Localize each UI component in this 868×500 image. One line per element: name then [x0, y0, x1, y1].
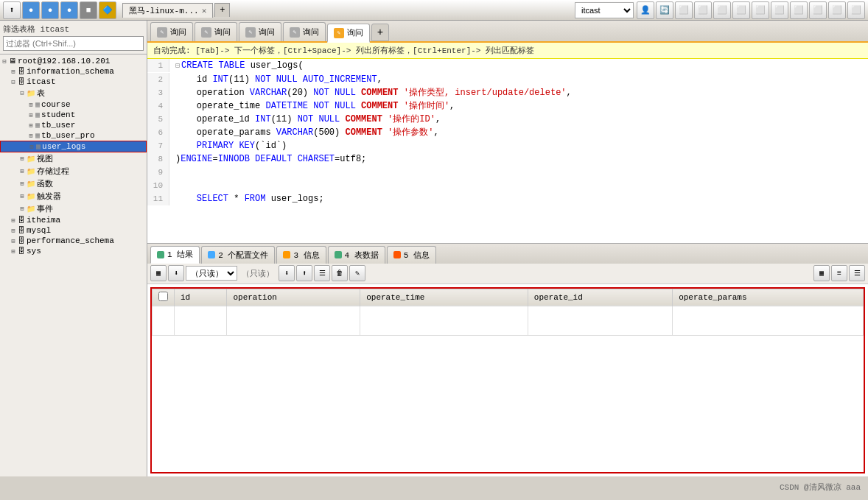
toolbar-btn-more3[interactable]: ⬜: [713, 1, 731, 19]
tree-expand-tb_user[interactable]: ⊞: [27, 122, 35, 130]
tree-expand-sys[interactable]: ⊞: [9, 247, 18, 256]
rt-btn-delete[interactable]: 🗑: [332, 265, 348, 281]
bottom-tab-b3[interactable]: 3 信息: [276, 246, 326, 264]
db-selector[interactable]: itcast: [575, 2, 634, 18]
content-area: ✎询问✎询问✎询问✎询问✎询问+ 自动完成: [Tab]-> 下一个标签，[Ct…: [147, 21, 868, 476]
line-code-11: SELECT * FROM user_logs;: [169, 192, 324, 205]
tree-item-course[interactable]: ⊞▦course: [0, 99, 147, 110]
tree-expand-stored_folder[interactable]: ⊞: [18, 167, 27, 175]
bottom-tab-b5[interactable]: 5 信息: [387, 246, 436, 264]
rt-btn-copy[interactable]: ⬇: [279, 265, 295, 281]
code-line-1: 1⊟CREATE TABLE user_logs(: [147, 59, 868, 73]
tree-expand-views_folder[interactable]: ⊞: [18, 155, 27, 163]
tree-item-triggers_folder[interactable]: ⊞📁触发器: [0, 190, 147, 203]
tree-expand-root[interactable]: ⊟: [0, 57, 9, 66]
tb-icon-2[interactable]: ●: [22, 1, 40, 19]
result-cell-empty: [227, 306, 360, 335]
tb-icon-4[interactable]: ●: [60, 1, 78, 19]
tree-item-tb_user_pro[interactable]: ⊞▦tb_user_pro: [0, 130, 147, 141]
rt-readonly-label: （只读）: [239, 268, 277, 279]
tree-expand-mysql[interactable]: ⊞: [9, 227, 18, 235]
tree-expand-student[interactable]: ⊞: [27, 111, 35, 119]
result-area: idoperationoperate_timeoperate_idoperate…: [150, 287, 865, 474]
tree-item-stored_folder[interactable]: ⊞📁存储过程: [0, 165, 147, 177]
toolbar-btn-more9[interactable]: ⬜: [828, 1, 846, 19]
tree-expand-info_schema[interactable]: ⊞: [9, 68, 18, 76]
tb-icon-3[interactable]: ●: [41, 1, 59, 19]
query-tab-q3[interactable]: ✎询问: [239, 22, 281, 41]
code-line-4: 4 operate_time DATETIME NOT NULL COMMENT…: [147, 99, 868, 113]
tree-item-tables_folder[interactable]: ⊟📁表: [0, 87, 147, 99]
toolbar-btn-refresh[interactable]: 🔄: [656, 1, 673, 19]
rt-btn-filter[interactable]: ☰: [314, 265, 330, 281]
code-editor[interactable]: 1⊟CREATE TABLE user_logs(2 id INT(11) NO…: [147, 59, 868, 243]
tree-expand-events_folder[interactable]: ⊞: [18, 205, 27, 213]
tree-item-student[interactable]: ⊞▦student: [0, 110, 147, 120]
tree-item-events_folder[interactable]: ⊞📁事件: [0, 203, 147, 215]
bottom-tab-b4[interactable]: 4 表数据: [328, 246, 385, 264]
filter-input[interactable]: [3, 36, 144, 51]
tree-item-views_folder[interactable]: ⊞📁视图: [0, 152, 147, 165]
rt-btn-paste[interactable]: ⬆: [296, 265, 312, 281]
tree-expand-tables_folder[interactable]: ⊟: [18, 89, 27, 97]
tree-label-tb_user_pro: tb_user_pro: [41, 131, 95, 140]
rt-btn-grid1[interactable]: ▦: [813, 265, 830, 281]
rt-btn-edit[interactable]: ✎: [349, 265, 365, 281]
toolbar-btn-more1[interactable]: ⬜: [675, 1, 693, 19]
tree-expand-triggers_folder[interactable]: ⊞: [18, 192, 27, 200]
tree-label-user_logs: user_logs: [42, 142, 85, 151]
tree-expand-perf_schema[interactable]: ⊞: [9, 237, 18, 245]
rt-btn-table[interactable]: ▦: [150, 265, 167, 281]
tree-item-itheima[interactable]: ⊞🗄itheima: [0, 215, 147, 225]
query-tabs: ✎询问✎询问✎询问✎询问✎询问+: [147, 21, 868, 43]
query-tab-q4[interactable]: ✎询问: [283, 22, 326, 41]
tree-item-functions_folder[interactable]: ⊞📁函数: [0, 177, 147, 190]
main-tab[interactable]: 黑马-linux-m... ✕: [122, 3, 213, 18]
collapse-icon[interactable]: ⊟: [175, 62, 180, 70]
toolbar-btn-more2[interactable]: ⬜: [694, 1, 712, 19]
tb-icon-5[interactable]: ■: [80, 1, 97, 19]
tree-item-itcast[interactable]: ⊟🗄itcast: [0, 77, 147, 87]
bottom-tab-b1[interactable]: 1 结果: [150, 246, 200, 264]
tb-icon-6[interactable]: 🔷: [99, 1, 116, 19]
query-tab-q5[interactable]: ✎询问: [327, 24, 370, 43]
bottom-tab-label-b3: 3 信息: [293, 250, 319, 261]
tree-item-sys[interactable]: ⊞🗄sys: [0, 246, 147, 256]
toolbar-btn-more8[interactable]: ⬜: [809, 1, 827, 19]
toolbar-btn-more10[interactable]: ⬜: [847, 1, 865, 19]
toolbar-btn-more5[interactable]: ⬜: [752, 1, 769, 19]
tree-expand-itcast[interactable]: ⊟: [9, 78, 18, 86]
tree-expand-itheima[interactable]: ⊞: [9, 216, 18, 225]
rt-readonly-select[interactable]: （只读）: [186, 266, 237, 281]
query-tab-q2[interactable]: ✎询问: [195, 22, 237, 41]
bottom-tab-b2[interactable]: 2 个配置文件: [201, 246, 275, 264]
tree-icon-tables_folder: 📁: [27, 89, 35, 98]
toolbar-btn-more7[interactable]: ⬜: [790, 1, 808, 19]
tree-item-user_logs[interactable]: ⊞▦user_logs: [0, 141, 147, 152]
tree-icon-student: ▦: [35, 110, 40, 119]
query-tab-q1[interactable]: ✎询问: [150, 22, 193, 41]
tree-item-mysql[interactable]: ⊞🗄mysql: [0, 225, 147, 236]
tree-item-tb_user[interactable]: ⊞▦tb_user: [0, 120, 147, 130]
line-number-1: 1: [147, 59, 169, 72]
tb-icon-1[interactable]: ⬆: [3, 1, 21, 19]
tree-expand-course[interactable]: ⊞: [27, 101, 35, 109]
rt-btn-grid3[interactable]: ☰: [849, 265, 865, 281]
tree-label-tb_user: tb_user: [41, 121, 75, 130]
tree-expand-functions_folder[interactable]: ⊞: [18, 180, 27, 188]
result-col-operate_id: operate_id: [528, 289, 672, 306]
tree-item-perf_schema[interactable]: ⊞🗄performance_schema: [0, 236, 147, 246]
new-tab-button[interactable]: +: [214, 3, 230, 17]
main-tab-close[interactable]: ✕: [202, 6, 207, 15]
tree-expand-tb_user_pro[interactable]: ⊞: [27, 132, 35, 140]
toolbar-btn-more6[interactable]: ⬜: [771, 1, 788, 19]
new-query-tab-button[interactable]: +: [371, 24, 389, 41]
tree-expand-user_logs[interactable]: ⊞: [27, 143, 36, 151]
result-select-all[interactable]: [158, 292, 168, 301]
toolbar-btn-user[interactable]: 👤: [637, 1, 654, 19]
rt-btn-export[interactable]: ⬇: [168, 265, 184, 281]
toolbar-btn-more4[interactable]: ⬜: [732, 1, 750, 19]
rt-btn-grid2[interactable]: ≡: [831, 265, 847, 281]
tree-item-root[interactable]: ⊟🖥root@192.168.10.201: [0, 56, 147, 66]
tree-item-info_schema[interactable]: ⊞🗄information_schema: [0, 66, 147, 77]
